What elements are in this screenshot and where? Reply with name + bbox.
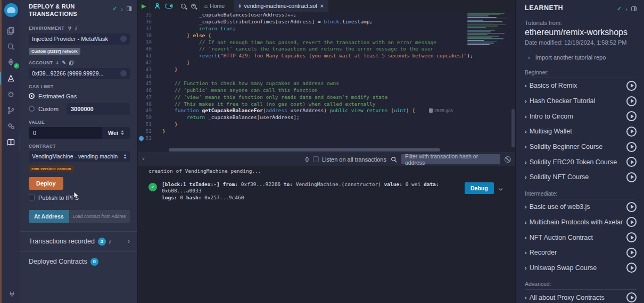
panel-collapse-icon[interactable]: › bbox=[121, 6, 123, 12]
edit-account-icon[interactable]: ✎ bbox=[62, 60, 66, 65]
learneth-book-icon[interactable] bbox=[1, 134, 21, 150]
custom-gas-option[interactable]: Custom 3000000 bbox=[29, 103, 130, 115]
code-line[interactable]: 53 bbox=[138, 135, 515, 142]
tutorial-item[interactable]: ›Intro to Circom bbox=[525, 108, 637, 124]
close-tab-icon[interactable]: × bbox=[320, 3, 324, 9]
assistant-icon[interactable] bbox=[154, 3, 161, 10]
value-unit-select[interactable]: Wei bbox=[102, 127, 130, 139]
terminal-expand-icon[interactable]: ˅˅ bbox=[142, 158, 145, 161]
play-tutorial-button[interactable] bbox=[626, 172, 637, 182]
play-tutorial-button[interactable] bbox=[626, 142, 637, 152]
copy-account-icon[interactable] bbox=[69, 60, 74, 65]
code-line[interactable]: 43} bbox=[138, 66, 515, 73]
tutorial-item[interactable]: ›Multichain Protocols with Axelar bbox=[525, 215, 637, 230]
deployed-contracts-row[interactable]: Deployed Contracts 0 bbox=[20, 252, 137, 272]
code-line[interactable]: 48// This makes it free to call (no gas … bbox=[138, 101, 515, 108]
contract-select[interactable]: VendingMachine - vending-machin bbox=[29, 151, 130, 162]
code-line[interactable]: 35_cupcakeBalances[userAddress]++; bbox=[138, 12, 515, 19]
tutorial-item[interactable]: ›Solidity NFT Course bbox=[525, 170, 637, 185]
run-script-button[interactable]: ▶ bbox=[138, 0, 150, 12]
custom-gas-input[interactable]: 3000000 bbox=[67, 103, 130, 115]
play-tutorial-button[interactable] bbox=[626, 263, 637, 273]
code-line[interactable]: 51} bbox=[138, 121, 515, 128]
transactions-recorded-row[interactable]: Transactions recorded 2 i › bbox=[20, 232, 137, 251]
play-tutorial-button[interactable] bbox=[626, 81, 637, 91]
play-tutorial-button[interactable] bbox=[626, 248, 637, 258]
import-repo-toggle[interactable]: › Import another tutorial repo bbox=[528, 54, 637, 61]
unit-stepper-icon[interactable] bbox=[121, 130, 124, 135]
code-line[interactable]: 38} else { bbox=[138, 32, 515, 39]
deploy-run-icon[interactable] bbox=[1, 70, 21, 86]
contract-stepper-icon[interactable] bbox=[123, 154, 127, 159]
zoom-in-icon[interactable]: + bbox=[191, 4, 196, 9]
play-tutorial-button[interactable] bbox=[626, 292, 637, 302]
listen-all-checkbox[interactable] bbox=[313, 156, 319, 162]
debug-button[interactable]: Debug bbox=[465, 182, 494, 194]
tutorial-item[interactable]: ›Uniswap Swap Course bbox=[525, 260, 637, 276]
play-tutorial-button[interactable] bbox=[626, 202, 637, 212]
account-select[interactable]: 0xf39...92266 (9999.99929... bbox=[29, 68, 130, 79]
code-line[interactable]: 40// 'revert' cancels the transaction an… bbox=[138, 46, 515, 53]
git-icon[interactable] bbox=[1, 102, 21, 118]
deploy-button[interactable]: Deploy bbox=[29, 177, 63, 190]
file-tab[interactable]: ⧫ vending-machine-contract.sol × bbox=[234, 0, 328, 12]
clear-terminal-icon[interactable] bbox=[505, 156, 511, 163]
transactions-info-icon[interactable]: i bbox=[109, 238, 111, 245]
tutorial-item[interactable]: ›Solidity Beginner Course bbox=[525, 139, 637, 155]
learneth-pin-icon[interactable] bbox=[631, 6, 637, 11]
solidity-compiler-icon[interactable]: ✓ bbox=[1, 54, 21, 70]
horizontal-scrollbar[interactable] bbox=[138, 147, 515, 153]
tutorial-item[interactable]: ›Multisig Wallet bbox=[525, 124, 637, 139]
breakpoint-icon[interactable] bbox=[139, 136, 144, 141]
play-tutorial-button[interactable] bbox=[626, 96, 637, 106]
code-line[interactable]: 37return true; bbox=[138, 26, 515, 32]
tutorial-item[interactable]: ›Basic use of web3.js bbox=[525, 199, 637, 215]
learneth-collapse-icon[interactable]: › bbox=[625, 6, 628, 12]
home-tab[interactable]: ⌂ Home bbox=[200, 0, 228, 12]
tutorial-item[interactable]: ›Recorder bbox=[525, 245, 637, 260]
vertical-scrollbar[interactable] bbox=[511, 109, 515, 147]
at-address-input[interactable]: Load contract from Addres bbox=[69, 210, 130, 223]
play-tutorial-button[interactable] bbox=[626, 127, 637, 137]
code-line[interactable]: 36_cupcakeDistributionTimes[userAddress]… bbox=[138, 19, 515, 26]
code-line[interactable]: 39// If not enough time has passed, reve… bbox=[138, 39, 515, 46]
code-line[interactable]: 42} bbox=[138, 60, 515, 66]
transactions-expand-icon[interactable]: › bbox=[128, 238, 130, 245]
panel-pin-icon[interactable] bbox=[127, 6, 132, 11]
add-account-icon[interactable]: + bbox=[55, 60, 59, 66]
minimap[interactable] bbox=[467, 13, 510, 55]
estimated-gas-radio[interactable] bbox=[29, 93, 35, 99]
debugger-icon[interactable] bbox=[1, 86, 21, 102]
tx-expand-icon[interactable]: ⌄ bbox=[498, 184, 503, 191]
publish-ipfs-checkbox[interactable] bbox=[29, 195, 35, 200]
code-line[interactable]: 46// 'public' means anyone can call this… bbox=[138, 87, 515, 94]
play-tutorial-button[interactable] bbox=[626, 232, 637, 242]
plugin-manager-icon[interactable] bbox=[1, 118, 21, 134]
account-settings-icon[interactable] bbox=[120, 70, 127, 77]
zoom-out-icon[interactable]: - bbox=[181, 4, 186, 9]
code-line[interactable]: 49function getCupcakeBalanceFor(address … bbox=[138, 107, 515, 114]
code-editor[interactable]: 35_cupcakeBalances[userAddress]++;36_cup… bbox=[138, 12, 515, 147]
custom-gas-radio[interactable] bbox=[29, 106, 35, 112]
code-line[interactable]: 50return _cupcakeBalances[userAddress]; bbox=[138, 114, 515, 121]
code-line[interactable]: 47// 'view' means this function only rea… bbox=[138, 94, 515, 101]
remix-logo-icon[interactable] bbox=[4, 3, 18, 17]
tutorial-item[interactable]: ›Basics of Remix bbox=[525, 78, 637, 94]
code-line[interactable]: 44 bbox=[138, 73, 515, 80]
file-explorer-icon[interactable] bbox=[1, 22, 21, 38]
code-line[interactable]: 45// Function to check how many cupcakes… bbox=[138, 80, 515, 87]
tutorial-item[interactable]: ›All about Proxy Contracts bbox=[525, 290, 637, 303]
at-address-button[interactable]: At Address bbox=[29, 210, 69, 223]
tutorial-item[interactable]: ›Solidity ERC20 Token Course bbox=[525, 154, 637, 170]
terminal-filter-input[interactable]: Filter with transaction hash or address bbox=[401, 154, 500, 164]
value-input[interactable]: 0 bbox=[29, 127, 102, 139]
search-icon[interactable] bbox=[1, 38, 21, 54]
transaction-log-row[interactable]: ✓ [block:1 txIndex:-] from: 0xf39...9226… bbox=[148, 181, 515, 201]
plug-icon[interactable] bbox=[67, 26, 72, 31]
estimated-gas-option[interactable]: Estimated Gas bbox=[29, 93, 130, 99]
play-tutorial-button[interactable] bbox=[626, 111, 637, 121]
environment-settings-icon[interactable] bbox=[120, 36, 127, 42]
tutorial-item[interactable]: ›Hash Checker Tutorial bbox=[525, 94, 637, 109]
toggle-icon[interactable] bbox=[165, 4, 173, 9]
code-line[interactable]: 52} bbox=[138, 128, 515, 135]
